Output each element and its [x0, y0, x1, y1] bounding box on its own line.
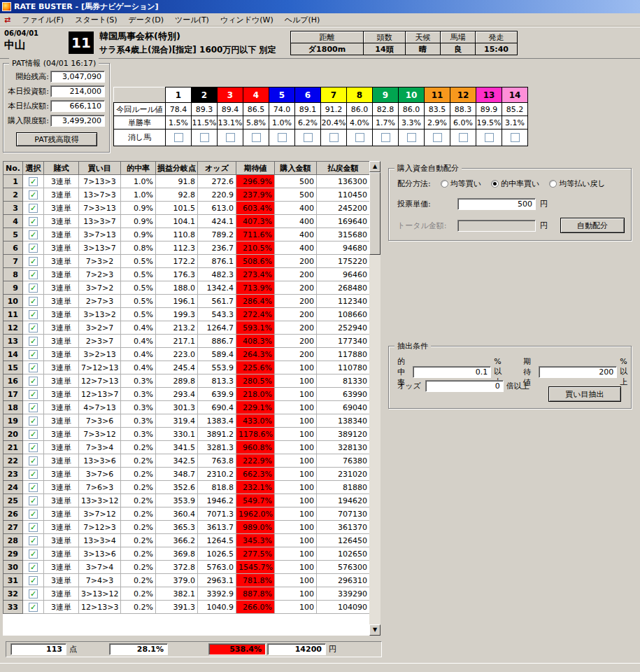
bet-hit-rate: 0.2%: [121, 534, 156, 547]
bet-select-checkbox[interactable]: ✓: [29, 377, 38, 386]
bet-row: 25✓3連単13>3>120.2%353.91946.2549.7%100194…: [3, 494, 370, 507]
bet-select-checkbox[interactable]: ✓: [29, 190, 38, 200]
scratch-checkbox[interactable]: [200, 133, 209, 142]
menu-item[interactable]: データ(D): [123, 13, 170, 27]
allocation-method-option[interactable]: 均等買い: [441, 178, 481, 189]
bet-select-checkbox[interactable]: ✓: [29, 204, 38, 213]
bet-select-checkbox[interactable]: ✓: [29, 270, 38, 279]
win-rate-value: 1.7%: [373, 116, 399, 130]
bet-type: 3連単: [44, 241, 79, 255]
scratch-checkbox[interactable]: [381, 133, 390, 142]
bet-type: 3連単: [44, 295, 79, 308]
menu-item[interactable]: スタート(S): [69, 13, 122, 27]
vertical-scrollbar[interactable]: ▲ ▼: [369, 161, 381, 636]
bet-select-checkbox[interactable]: ✓: [29, 510, 38, 519]
bet-select-checkbox[interactable]: ✓: [29, 363, 38, 372]
bet-select-checkbox[interactable]: ✓: [29, 230, 38, 239]
rule-value: 86.0: [399, 103, 425, 116]
menu-item[interactable]: ウィンドウ(W): [215, 13, 279, 27]
scratch-checkbox[interactable]: [252, 133, 261, 142]
bet-type: 3連単: [44, 335, 79, 348]
unit-price-input[interactable]: [457, 198, 536, 210]
scratch-checkbox[interactable]: [304, 133, 313, 142]
bet-select-cell: ✓: [23, 561, 44, 574]
bet-select-checkbox[interactable]: ✓: [29, 177, 38, 186]
bet-select-checkbox[interactable]: ✓: [29, 297, 38, 306]
bet-select-checkbox[interactable]: ✓: [29, 350, 38, 359]
radio-icon: [549, 180, 557, 188]
bet-hit-rate: 0.4%: [121, 321, 156, 335]
scratch-checkbox[interactable]: [459, 133, 468, 142]
allocation-method-option[interactable]: 均等払い戻し: [549, 178, 606, 189]
scratch-checkbox[interactable]: [433, 133, 442, 142]
scroll-up-button[interactable]: ▲: [369, 161, 381, 172]
bet-select-checkbox[interactable]: ✓: [29, 310, 38, 319]
bet-select-checkbox[interactable]: ✓: [29, 416, 38, 426]
horse-number-header: 14: [502, 88, 528, 103]
bet-row: 9✓3連単3>7>20.5%188.01342.4713.9%200268480: [3, 281, 370, 295]
bet-select-checkbox[interactable]: ✓: [29, 496, 38, 505]
bet-select-checkbox[interactable]: ✓: [29, 403, 38, 412]
bet-type: 3連単: [44, 441, 79, 454]
bet-select-checkbox[interactable]: ✓: [29, 443, 38, 452]
bet-select-checkbox[interactable]: ✓: [29, 483, 38, 492]
scratch-checkbox[interactable]: [511, 133, 520, 142]
bet-select-checkbox[interactable]: ✓: [29, 257, 38, 266]
horse-table-corner: [114, 88, 166, 103]
bet-target: 13>3>12: [79, 494, 121, 507]
extract-expected-unit: %以上: [620, 357, 631, 387]
scratch-checkbox[interactable]: [407, 133, 416, 142]
bet-select-cell: ✓: [23, 255, 44, 268]
bet-select-checkbox[interactable]: ✓: [29, 217, 38, 226]
unit-price-row: 投票単価: 円: [397, 198, 548, 210]
scroll-down-button[interactable]: ▼: [369, 624, 381, 636]
bet-select-checkbox[interactable]: ✓: [29, 536, 38, 545]
bet-odds: 3392.9: [198, 587, 236, 601]
bet-odds: 1040.9: [198, 601, 236, 614]
horse-number-header: 6: [295, 88, 321, 103]
bet-select-checkbox[interactable]: ✓: [29, 550, 38, 559]
bet-select-checkbox[interactable]: ✓: [29, 470, 38, 479]
bet-type: 3連単: [44, 361, 79, 374]
scratch-checkbox[interactable]: [174, 133, 183, 142]
allocation-method-option[interactable]: 的中率買い: [491, 178, 539, 189]
bet-select-checkbox[interactable]: ✓: [29, 323, 38, 332]
bet-select-checkbox[interactable]: ✓: [29, 563, 38, 572]
bet-select-checkbox[interactable]: ✓: [29, 390, 38, 399]
bet-select-checkbox[interactable]: ✓: [29, 284, 38, 293]
bet-target: 13>3>6: [79, 454, 121, 468]
bet-amount: 100: [275, 494, 317, 507]
bet-select-cell: ✓: [23, 574, 44, 587]
menu-item[interactable]: ツール(T): [169, 13, 215, 27]
extract-expected-input[interactable]: [539, 366, 617, 378]
scratch-checkbox[interactable]: [329, 133, 339, 142]
bet-type: 3連単: [44, 414, 79, 428]
bet-select-checkbox[interactable]: ✓: [29, 576, 38, 585]
pat-balance-button[interactable]: PAT残高取得: [16, 132, 97, 146]
extract-odds-input[interactable]: [425, 380, 504, 392]
menu-item[interactable]: ヘルプ(H): [279, 13, 326, 27]
scratch-checkbox[interactable]: [485, 133, 494, 142]
scratch-checkbox[interactable]: [278, 133, 287, 142]
bet-select-checkbox[interactable]: ✓: [29, 523, 38, 532]
horse-number-header: 4: [243, 88, 269, 103]
bet-select-checkbox[interactable]: ✓: [29, 589, 38, 598]
auto-allocate-button[interactable]: 自動配分: [560, 218, 625, 233]
scratch-checkbox[interactable]: [226, 133, 235, 142]
bet-amount: 100: [275, 521, 317, 534]
bet-select-checkbox[interactable]: ✓: [29, 337, 38, 346]
bet-select-checkbox[interactable]: ✓: [29, 456, 38, 465]
bet-select-cell: ✓: [23, 281, 44, 295]
menu-item[interactable]: ファイル(F): [16, 13, 69, 27]
extract-hit-input[interactable]: [413, 366, 491, 378]
extract-button[interactable]: 買い目抽出: [548, 386, 621, 402]
scratch-cell: [502, 130, 528, 146]
scrollbar-thumb[interactable]: [369, 172, 381, 255]
bet-breakeven: 360.4: [156, 507, 198, 521]
win-rate-value: 1.5%: [166, 116, 192, 130]
bet-select-checkbox[interactable]: ✓: [29, 430, 38, 439]
scratch-checkbox[interactable]: [355, 133, 364, 142]
bet-select-checkbox[interactable]: ✓: [29, 603, 38, 612]
bet-payout: 296310: [317, 574, 370, 587]
bet-select-checkbox[interactable]: ✓: [29, 244, 38, 253]
